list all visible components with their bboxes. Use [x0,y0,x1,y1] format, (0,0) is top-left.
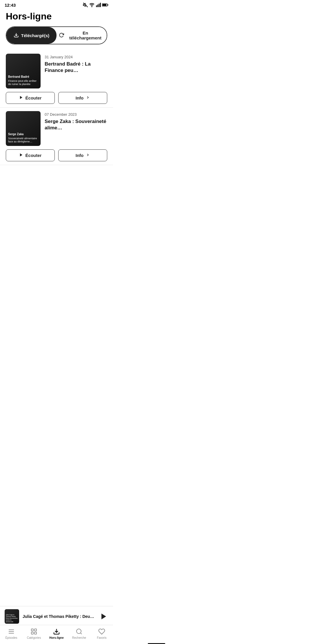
chevron-right-icon [86,95,90,100]
svg-point-1 [92,6,92,7]
svg-rect-5 [100,3,101,7]
episode-header: Serge Zaka Souveraineté alimentaire face… [6,111,107,146]
episode-2-title: Serge Zaka : Souveraineté alime… [45,118,107,131]
svg-rect-3 [97,5,98,7]
signal-icon [96,2,101,8]
page-title: Hors-ligne [0,9,113,26]
svg-marker-10 [20,96,22,99]
ep2-thumb-text: Serge Zaka Souveraineté alimentaire face… [8,132,38,144]
episode-2-info-button[interactable]: Info [58,149,107,161]
episode-2-info-label: Info [76,153,84,158]
downloading-icon [59,32,64,39]
tab-selector: Téléchargé(s) En téléchargement [6,26,107,44]
play-icon [19,95,23,100]
episode-1-listen-label: Écouter [26,95,42,100]
download-icon [14,32,19,39]
chevron-right-icon [86,153,90,158]
wifi-icon [89,2,94,8]
svg-rect-2 [96,6,97,7]
tab-telecharge-label: Téléchargé(s) [21,33,50,38]
play-icon [19,153,23,158]
episode-item: Bertrand Badré Finance peut-elle arrêter… [0,50,113,108]
svg-rect-8 [102,4,106,6]
episode-2-thumbnail: Serge Zaka Souveraineté alimentaire face… [6,111,41,146]
episode-2-listen-label: Écouter [26,153,42,158]
battery-icon [102,3,108,7]
episode-1-date: 31 January 2024 [45,55,107,59]
episode-2-date: 07 December 2023 [45,112,107,117]
ep2-thumb-name: Serge Zaka [8,132,38,136]
episode-1-actions: Écouter Info [6,92,107,104]
episode-1-thumbnail: Bertrand Badré Finance peut-elle arrêter… [6,54,41,88]
mute-icon [83,2,88,8]
episode-2-actions: Écouter Info [6,149,107,161]
tab-en-telechargement[interactable]: En téléchargement [57,27,107,44]
episode-1-info-button[interactable]: Info [58,92,107,104]
status-time: 12:43 [5,3,16,8]
episode-1-info-label: Info [76,95,84,100]
tab-telecharge[interactable]: Téléchargé(s) [6,27,57,44]
status-icons [83,2,108,8]
episode-2-meta: 07 December 2023 Serge Zaka : Souveraine… [45,111,107,146]
ep1-thumb-text: Bertrand Badré Finance peut-elle arrêter… [8,75,38,86]
episode-header: Bertrand Badré Finance peut-elle arrêter… [6,54,107,88]
svg-rect-4 [99,4,100,7]
ep1-thumb-name: Bertrand Badré [8,75,38,79]
episode-1-title: Bertrand Badré : La Finance peu… [45,61,107,74]
episode-2-listen-button[interactable]: Écouter [6,149,55,161]
ep1-thumb-desc: Finance peut-elle arrêter de ruiner la p… [8,79,38,86]
episodes-list: Bertrand Badré Finance peut-elle arrêter… [0,50,113,165]
tab-en-telechargement-label: En téléchargement [66,30,104,40]
status-bar: 12:43 [0,0,113,9]
episode-item: Serge Zaka Souveraineté alimentaire face… [0,108,113,165]
svg-rect-7 [108,4,108,6]
svg-marker-11 [20,153,22,157]
episode-1-meta: 31 January 2024 Bertrand Badré : La Fina… [45,54,107,88]
ep2-thumb-desc: Souveraineté alimentaire face au dérègle… [8,137,38,144]
episode-1-listen-button[interactable]: Écouter [6,92,55,104]
